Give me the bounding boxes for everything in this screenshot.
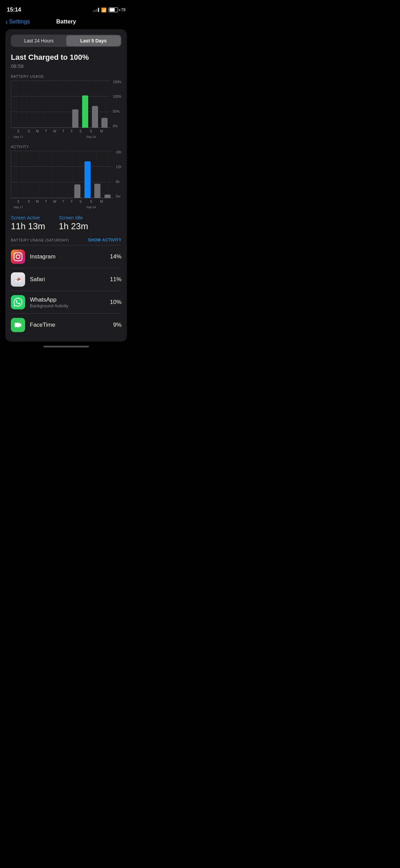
battery-bars [11, 80, 111, 128]
act-y-label-6h: 6h [116, 180, 119, 184]
instagram-percent: 14% [110, 253, 121, 260]
battery-indicator: 79 [109, 7, 126, 12]
whatsapp-name: WhatsApp [30, 296, 107, 303]
battery-x-labels: S Sep 17 S M T W T F S S Sep 24 M [11, 128, 107, 139]
last-charged-title: Last Charged to 100% [11, 53, 121, 62]
instagram-name: Instagram [30, 253, 107, 260]
whatsapp-icon [11, 295, 25, 309]
signal-icon [93, 8, 99, 12]
act-x-group-10: M [98, 200, 104, 210]
segment-last24h[interactable]: Last 24 Hours [12, 35, 66, 46]
x-group-4: T [43, 129, 49, 139]
main-card: Last 24 Hours Last 5 Days Last Charged t… [5, 29, 127, 342]
act-bar-7 [74, 184, 80, 198]
screen-idle-stat: Screen Idle 1h 23m [59, 215, 88, 232]
battery-percent-label: 79 [121, 7, 126, 12]
battery-usage-chart: BATTERY USAGE [11, 74, 121, 139]
back-chevron-icon: ‹ [5, 18, 8, 25]
activity-x-labels: S Sep 17 S M T W T F S S Sep 24 M [11, 198, 107, 210]
screen-active-stat: Screen Active 11h 13m [11, 215, 45, 232]
show-activity-button[interactable]: SHOW ACTIVITY [88, 238, 121, 242]
act-x-group-6: T [60, 200, 66, 210]
bar-8-green [82, 95, 88, 128]
activity-chart-area [11, 151, 114, 198]
activity-y-labels: 18h 12h 6h 0m [114, 151, 121, 198]
y-label-100: 100% [113, 95, 121, 98]
app-list: Instagram 14% Safari 11% [11, 245, 121, 336]
bar-9 [92, 106, 98, 128]
x-group-5: W [52, 129, 58, 139]
x-group-7: F [69, 129, 75, 139]
act-x-group-3: M [34, 200, 40, 210]
activity-chart-wrapper: 18h 12h 6h 0m [11, 151, 121, 198]
screen-active-value: 11h 13m [11, 221, 45, 232]
page-title: Battery [56, 18, 76, 25]
screen-idle-value: 1h 23m [59, 221, 88, 232]
activity-bars [11, 151, 114, 198]
app-item-safari: Safari 11% [11, 268, 121, 291]
act-bar-9 [94, 184, 100, 198]
nav-bar: ‹ Settings Battery [0, 17, 132, 29]
whatsapp-percent: 10% [110, 299, 121, 306]
x-group-10: M [98, 129, 104, 139]
x-group-3: M [34, 129, 40, 139]
x-group-8: S [78, 129, 84, 139]
act-x-group-2: S [26, 200, 32, 210]
instagram-icon [11, 250, 25, 264]
act-bar-8-blue [84, 161, 91, 198]
screen-active-label: Screen Active [11, 215, 45, 220]
safari-info: Safari [30, 276, 107, 283]
safari-name: Safari [30, 276, 107, 283]
back-button[interactable]: ‹ Settings [5, 18, 30, 25]
activity-section-label: ACTIVITY [11, 145, 121, 149]
act-x-group-8: S [78, 200, 84, 210]
act-x-group-5: W [52, 200, 58, 210]
x-group-2: S [26, 129, 32, 139]
home-indicator [43, 346, 89, 347]
segment-control: Last 24 Hours Last 5 Days [11, 35, 121, 47]
app-item-instagram: Instagram 14% [11, 245, 121, 268]
facetime-percent: 9% [113, 322, 121, 328]
battery-usage-section-label: BATTERY USAGE [11, 74, 121, 78]
status-bar: 15:14 📶 79 [0, 0, 132, 17]
act-x-group-4: T [43, 200, 49, 210]
app-usage-header: BATTERY USAGE (SATURDAY) SHOW ACTIVITY [11, 238, 121, 242]
facetime-info: FaceTime [30, 322, 110, 328]
instagram-info: Instagram [30, 253, 107, 260]
status-time: 15:14 [7, 6, 21, 13]
bar-7 [72, 109, 78, 128]
screen-stats-row: Screen Active 11h 13m Screen Idle 1h 23m [11, 215, 121, 232]
y-label-150: 150% [113, 80, 121, 84]
bar-10 [101, 118, 108, 128]
safari-percent: 11% [110, 276, 121, 283]
wifi-icon: 📶 [101, 7, 107, 13]
act-y-label-12h: 12h [116, 165, 121, 169]
back-label: Settings [9, 18, 30, 25]
y-label-0: 0% [113, 125, 117, 128]
screen-idle-label: Screen Idle [59, 215, 88, 220]
act-x-group-9: S Sep 24 [86, 200, 96, 210]
last-charged-time: 08:58 [11, 63, 121, 69]
facetime-name: FaceTime [30, 322, 110, 328]
app-item-facetime: FaceTime 9% [11, 313, 121, 336]
facetime-icon [11, 318, 25, 332]
act-x-group-1: S Sep 17 [14, 200, 23, 210]
battery-chart-wrapper: 150% 100% 50% 0% [11, 80, 121, 128]
status-icons: 📶 79 [93, 7, 126, 13]
x-group-1: S Sep 17 [14, 129, 23, 139]
app-usage-section-label: BATTERY USAGE (SATURDAY) [11, 238, 69, 242]
battery-icon [109, 7, 118, 12]
act-bar-10 [104, 195, 111, 198]
act-x-group-7: F [69, 200, 75, 210]
act-y-label-18h: 18h [116, 151, 121, 154]
y-label-50: 50% [113, 110, 119, 113]
act-y-label-0m: 0m [116, 195, 120, 198]
activity-chart: ACTIVITY [11, 145, 121, 210]
whatsapp-info: WhatsApp Background Activity [30, 296, 107, 308]
x-group-6: T [60, 129, 66, 139]
safari-icon [11, 272, 25, 287]
whatsapp-subtitle: Background Activity [30, 303, 107, 308]
x-group-9: S Sep 24 [86, 129, 96, 139]
battery-y-labels: 150% 100% 50% 0% [111, 80, 121, 128]
segment-last5days[interactable]: Last 5 Days [66, 35, 121, 46]
